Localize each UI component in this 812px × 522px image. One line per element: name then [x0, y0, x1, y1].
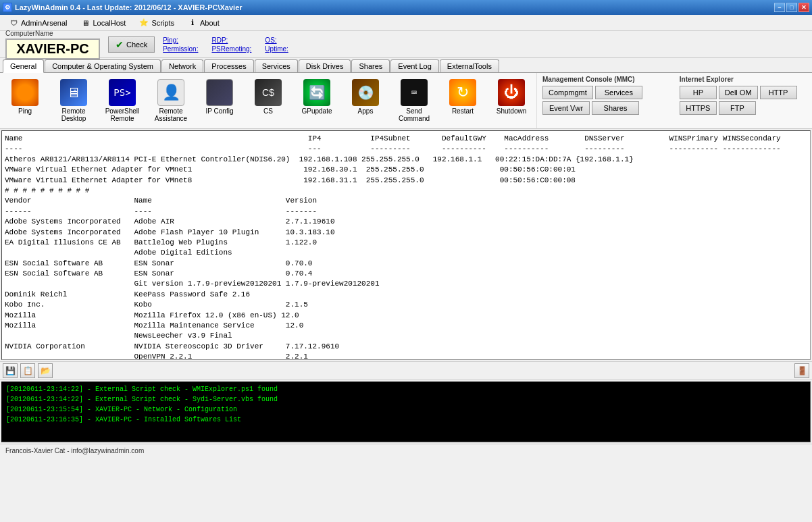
log-line: [20120611-23:15:54] - XAVIER-PC - Networ… [6, 404, 806, 415]
tab-general[interactable]: General [3, 59, 44, 73]
toolbar-remote-desktop[interactable]: 🖥 Remote Desktop [50, 76, 97, 126]
content-line: NewsLeecher v3.9 Final [5, 331, 807, 341]
http-button[interactable]: HTTP [760, 86, 797, 99]
menu-about[interactable]: ℹ About [182, 16, 226, 30]
toolbar-send-command-label: Send Command [395, 107, 433, 122]
tab-computer-os[interactable]: Computer & Operating System [45, 59, 161, 72]
tab-network[interactable]: Network [161, 59, 203, 72]
menu-scripts[interactable]: ⭐ Scripts [133, 16, 180, 30]
powershell-icon: PS> [109, 79, 136, 106]
tab-external-tools[interactable]: ExternalTools [440, 59, 499, 72]
toolbar-powershell[interactable]: PS> PowerShell Remote [99, 76, 146, 126]
shares-mmc-button[interactable]: Shares [592, 101, 639, 115]
ipconfig-icon [206, 79, 233, 106]
hp-button[interactable]: HP [680, 86, 717, 99]
rdp-label[interactable]: RDP: [211, 36, 251, 44]
exit-button[interactable]: 🚪 [794, 363, 809, 378]
content-line: VMware Virtual Ethernet Adapter for VMne… [5, 176, 807, 186]
check-button[interactable]: ✔ Check [108, 36, 155, 53]
content-line: Atheros AR8121/AR8113/AR8114 PCI-E Ether… [5, 155, 807, 165]
content-line: ESN Social Software AB ESN Sonar 0.70.4 [5, 269, 807, 279]
dell-om-button[interactable]: Dell OM [719, 86, 758, 99]
localhost-icon: 🖥 [80, 18, 90, 28]
maximize-button[interactable]: □ [786, 3, 797, 12]
toolbar-shutdown[interactable]: ⏻ Shutdown [488, 76, 535, 126]
open-button[interactable]: 📂 [38, 363, 53, 378]
save-button[interactable]: 💾 [3, 363, 18, 378]
tab-services[interactable]: Services [255, 59, 298, 72]
tab-processes[interactable]: Processes [204, 59, 253, 72]
toolbar-ipconfig[interactable]: IP Config [196, 76, 243, 126]
ie-panel: Internet Explorer HP Dell OM HTTP HTTPS … [680, 76, 807, 115]
tab-bar: General Computer & Operating System Netw… [0, 58, 812, 73]
mmc-buttons: Compmgmt Services Event Vwr Shares [542, 86, 671, 115]
menu-admin-arsenal[interactable]: 🛡 AdminArsenal [3, 16, 73, 30]
about-icon: ℹ [188, 18, 197, 28]
main-content[interactable]: Name IP4 IP4Subnet DefaultGWY MacAddress… [1, 130, 811, 360]
content-line: Adobe Systems Incorporated Adobe AIR 2.7… [5, 217, 807, 227]
ping-label[interactable]: Ping: [163, 36, 198, 44]
toolbar-send-command[interactable]: ⌨ Send Command [390, 76, 438, 126]
permission-label[interactable]: Permission: [163, 45, 198, 53]
content-line: Adobe Systems Incorporated Adobe Flash P… [5, 228, 807, 238]
toolbar-apps[interactable]: 💿 Apps [342, 76, 389, 126]
content-line: ---- --- --------- ---------- ----------… [5, 144, 807, 154]
copy-button[interactable]: 📋 [20, 363, 35, 378]
content-line: EA Digital Illusions CE AB Battlelog Web… [5, 238, 807, 248]
toolbar-remote-assistance-label: Remote Assistance [152, 107, 190, 122]
content-line: Name IP4 IP4Subnet DefaultGWY MacAddress… [5, 134, 807, 144]
check-button-label: Check [126, 41, 147, 49]
content-line: Dominik Reichl KeePass Password Safe 2.1… [5, 290, 807, 300]
apps-icon: 💿 [352, 79, 379, 106]
content-line: Kobo Inc. Kobo 2.1.5 [5, 300, 807, 310]
menu-scripts-label: Scripts [151, 19, 174, 27]
restart-icon: ↻ [449, 79, 476, 106]
ping-icon [11, 79, 39, 106]
admin-arsenal-icon: 🛡 [9, 18, 18, 28]
menu-localhost[interactable]: 🖥 LocalHost [74, 16, 132, 30]
menu-bar: 🛡 AdminArsenal 🖥 LocalHost ⭐ Scripts ℹ A… [0, 15, 812, 31]
toolbar-remote-assistance[interactable]: 👤 Remote Assistance [147, 76, 195, 126]
remote-desktop-icon: 🖥 [60, 79, 87, 106]
send-command-icon: ⌨ [401, 79, 428, 106]
tab-disk-drives[interactable]: Disk Drives [299, 59, 351, 72]
toolbar-cs[interactable]: C$ CS [245, 76, 292, 126]
toolbar-side: Management Console (MMC) Compmgmt Servic… [536, 73, 812, 128]
content-line: Vendor Name Version [5, 196, 807, 206]
app-icon: ⚙ [3, 3, 12, 12]
menu-localhost-label: LocalHost [93, 19, 126, 27]
content-line: ESN Social Software AB ESN Sonar 0.70.0 [5, 259, 807, 269]
check-icon: ✔ [116, 39, 124, 50]
minimize-button[interactable]: − [774, 3, 785, 12]
log-area[interactable]: [20120611-23:14:22] - External Script ch… [1, 382, 811, 442]
compmgmt-button[interactable]: Compmgmt [542, 86, 593, 99]
content-line: OpenVPN 2.2.1 2.2.1 [5, 352, 807, 360]
menu-admin-arsenal-label: AdminArsenal [21, 19, 67, 27]
toolbar-gpupdate[interactable]: 🔄 GPupdate [293, 76, 340, 126]
mmc-title: Management Console (MMC) [542, 76, 671, 83]
tab-shares[interactable]: Shares [351, 59, 390, 72]
computer-name-label: ComputerName [5, 30, 100, 37]
status-bar: Francois-Xavier Cat - info@lazywinadmin.… [0, 444, 812, 457]
toolbar-ping[interactable]: Ping [1, 76, 49, 126]
content-line: VMware Virtual Ethernet Adapter for VMne… [5, 165, 807, 175]
close-button[interactable]: ✕ [798, 3, 809, 12]
cs-icon: C$ [255, 79, 282, 106]
toolbar-row: Ping 🖥 Remote Desktop PS> PowerShell Rem… [0, 73, 812, 129]
ie-buttons: HP Dell OM HTTP HTTPS FTP [680, 86, 807, 115]
toolbar-cs-label: CS [263, 107, 273, 115]
https-button[interactable]: HTTPS [680, 101, 717, 115]
remote-assistance-icon: 👤 [157, 79, 184, 106]
tab-event-log[interactable]: Event Log [390, 59, 439, 72]
event-vwr-button[interactable]: Event Vwr [542, 101, 590, 115]
gpupdate-icon: 🔄 [303, 79, 330, 106]
toolbar-restart[interactable]: ↻ Restart [439, 76, 486, 126]
uptime-label[interactable]: Uptime: [265, 45, 288, 53]
os-label[interactable]: OS: [265, 36, 288, 44]
toolbar-powershell-label: PowerShell Remote [103, 107, 141, 122]
psremoting-label[interactable]: PSRemoting: [211, 45, 251, 53]
ftp-button[interactable]: FTP [719, 101, 756, 115]
content-line: NVIDIA Corporation NVIDIA Stereoscopic 3… [5, 342, 807, 352]
status-text: Francois-Xavier Cat - info@lazywinadmin.… [5, 447, 144, 454]
services-mmc-button[interactable]: Services [595, 86, 642, 99]
